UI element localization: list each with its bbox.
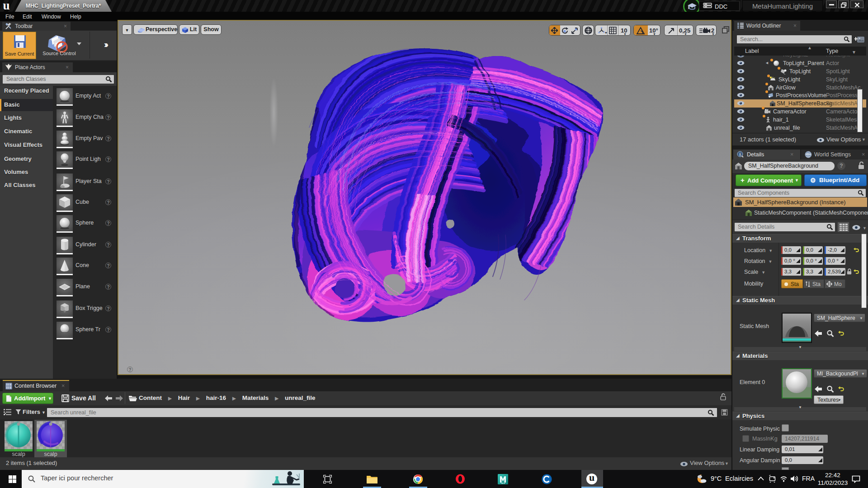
svg-text:i: i bbox=[740, 152, 741, 157]
svg-text:MAYA: MAYA bbox=[501, 483, 505, 484]
